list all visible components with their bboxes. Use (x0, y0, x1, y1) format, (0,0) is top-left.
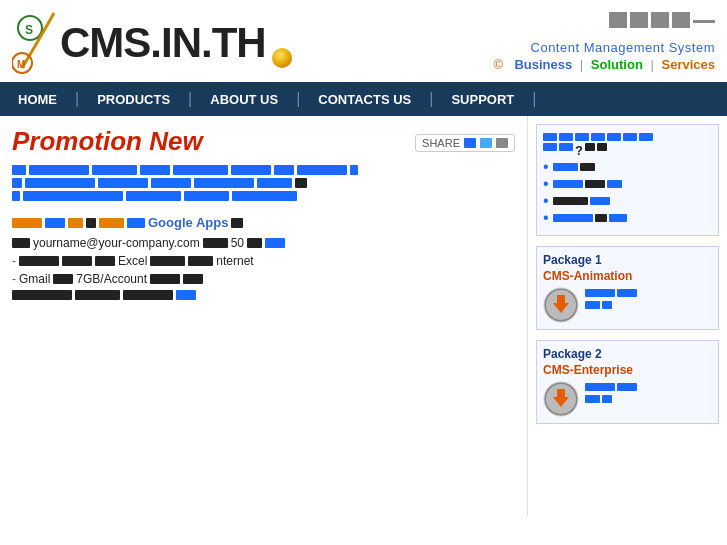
block (12, 218, 42, 228)
sidebar-q-row: ? (543, 143, 712, 158)
pkg1-inner (543, 287, 712, 323)
nav-support[interactable]: SUPPORT (433, 82, 532, 116)
solution-label: Solution (591, 57, 643, 72)
block (75, 290, 120, 300)
sb (553, 180, 583, 188)
block (274, 165, 294, 175)
pkg1-title: Package 1 (543, 253, 712, 267)
business-line: © Business | Solution | Services (494, 57, 715, 72)
block (12, 165, 26, 175)
sb (559, 133, 573, 141)
block (265, 238, 285, 248)
sb (585, 301, 600, 309)
sb (585, 180, 605, 188)
sb (602, 395, 612, 403)
email-address: yourname@your-company.com (33, 236, 200, 250)
sb (553, 197, 588, 205)
sidebar-bullet-1: • (543, 161, 712, 175)
package-2-box: Package 2 CMS-Enterprise (536, 340, 719, 424)
svg-text:S: S (25, 23, 33, 37)
block (25, 178, 95, 188)
google-apps-label: Google Apps (148, 215, 228, 230)
block (231, 165, 271, 175)
sb (575, 133, 589, 141)
sb (553, 214, 593, 222)
block (123, 290, 173, 300)
download-arrow-2[interactable] (543, 381, 579, 417)
facebook-icon (464, 138, 476, 148)
block (92, 165, 137, 175)
sb (580, 163, 595, 171)
arrow-icon-1 (543, 287, 579, 323)
icon-box-1[interactable] (609, 12, 627, 28)
logo-dot (272, 48, 292, 68)
sidebar-header-row (543, 133, 712, 141)
twitter-icon (480, 138, 492, 148)
icon-dash (693, 20, 715, 23)
excel-label: Excel (118, 254, 147, 268)
share-button[interactable]: SHARE (415, 134, 515, 152)
email-count: 50 (231, 236, 244, 250)
sb (585, 143, 595, 151)
copyright-symbol: © (494, 57, 504, 72)
sb (597, 143, 607, 151)
sb (543, 143, 557, 151)
pkg2-title: Package 2 (543, 347, 712, 361)
main: SHARE Promotion New (0, 116, 727, 516)
dash-2: - (12, 272, 16, 286)
block (140, 165, 170, 175)
download-arrow-1[interactable] (543, 287, 579, 323)
svg-text:M: M (17, 59, 25, 70)
promo-line-3 (12, 191, 515, 201)
block (12, 290, 72, 300)
share-area: SHARE (415, 134, 515, 152)
sb (617, 289, 637, 297)
block (297, 165, 347, 175)
nav-contacts[interactable]: CONTACTS US (300, 82, 429, 116)
feature-line-2: - Gmail 7GB/Account (12, 272, 515, 286)
icon-box-2[interactable] (630, 12, 648, 28)
feature-line-1: - Excel nternet (12, 254, 515, 268)
block (12, 178, 22, 188)
sb (607, 180, 622, 188)
block (99, 218, 124, 228)
sidebar-info-box: ? • • • (536, 124, 719, 236)
nav-about[interactable]: ABOUT US (192, 82, 296, 116)
pkg2-inner (543, 381, 712, 417)
block (176, 290, 196, 300)
content-area: SHARE Promotion New (0, 116, 527, 516)
block (126, 191, 181, 201)
icon-box-4[interactable] (672, 12, 690, 28)
logo-icon: S M (12, 8, 64, 78)
sb (617, 383, 637, 391)
bullet-icon-4: • (543, 210, 549, 226)
block (95, 256, 115, 266)
block (150, 274, 180, 284)
block (194, 178, 254, 188)
block (257, 178, 292, 188)
sb (602, 301, 612, 309)
block (98, 178, 148, 188)
promo-line-4: Google Apps (12, 215, 515, 230)
sb (591, 133, 605, 141)
block (53, 274, 73, 284)
pkg1-subtitle: CMS-Animation (543, 269, 712, 283)
icon-box-3[interactable] (651, 12, 669, 28)
header-right: Content Management System © Business | S… (494, 8, 715, 72)
bullet-icon-1: • (543, 159, 549, 175)
block (12, 191, 20, 201)
bullet-icon-2: • (543, 176, 549, 192)
nav-home[interactable]: HOME (0, 82, 75, 116)
sb (553, 163, 578, 171)
logo-text: CMS.IN.TH (60, 22, 266, 64)
question-mark: ? (575, 143, 583, 158)
gmail-storage: 7GB/Account (76, 272, 147, 286)
header: S M CMS.IN.TH Content Management (0, 0, 727, 82)
sb (609, 214, 627, 222)
package-1-box: Package 1 CMS-Animation (536, 246, 719, 330)
block (45, 218, 65, 228)
feature-line-3 (12, 290, 515, 300)
nav-products[interactable]: PRODUCTS (79, 82, 188, 116)
top-icons (609, 12, 715, 28)
block (23, 191, 123, 201)
